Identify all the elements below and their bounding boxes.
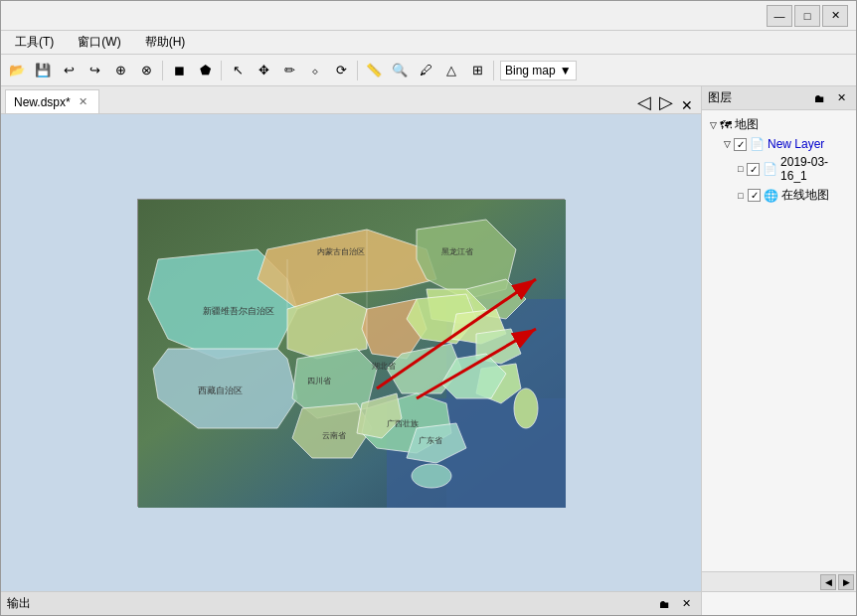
china-map-svg: 新疆维吾尔自治区 西藏自治区 内蒙古自治区 黑龙江省 四川省 湖北省 云南省 广… — [138, 200, 566, 508]
layer-2019-checkbox[interactable]: ✓ — [747, 163, 760, 176]
bottom-right-content: 📊 📈 🗂 ⚡ — [702, 592, 856, 616]
bottom-area: 输出 🖿 ✕ 📊 📈 🗂 ⚡ — [1, 591, 856, 616]
output-panel-close[interactable]: ✕ — [677, 595, 695, 613]
bottom-right-panel: 📊 📈 🗂 ⚡ — [702, 592, 856, 616]
online-map-label: 在线地图 — [781, 187, 829, 204]
new-layer-label: New Layer — [768, 137, 824, 151]
title-bar: — □ ✕ — [1, 1, 856, 31]
tab-label: New.dspx* — [14, 95, 71, 109]
menu-bar: 工具(T) 窗口(W) 帮助(H) — [1, 31, 856, 55]
root-layer-label: 地图 — [735, 116, 759, 133]
main-area: New.dspx* ✕ ◁ ▷ ✕ — [1, 86, 856, 591]
output-title-bar: 输出 🖿 ✕ — [1, 592, 701, 616]
layer-new-layer[interactable]: ▽ ✓ 📄 New Layer — [720, 135, 852, 153]
svg-text:广西壮族: 广西壮族 — [387, 419, 419, 428]
layers-panel-title: 图层 — [708, 89, 806, 106]
tool-4[interactable]: ⊗ — [134, 59, 158, 82]
output-panel-pin[interactable]: 🖿 — [655, 595, 673, 613]
svg-text:内蒙古自治区: 内蒙古自治区 — [317, 247, 365, 256]
tool-draw[interactable]: ✏ — [277, 59, 301, 82]
layers-panel-title-bar: 图层 🖿 ✕ — [702, 86, 856, 110]
svg-text:黑龙江省: 黑龙江省 — [441, 247, 473, 256]
tool-5[interactable]: ◼ — [167, 59, 191, 82]
svg-text:四川省: 四川省 — [307, 377, 331, 385]
doc-scroll-left[interactable]: ◁ — [633, 91, 655, 113]
layer-2019-icon: 📄 — [763, 162, 777, 176]
new-layer-expand-icon[interactable]: ▽ — [720, 137, 734, 151]
tool-triangle[interactable]: △ — [439, 59, 463, 82]
doc-close[interactable]: ✕ — [677, 97, 697, 113]
tool-grid[interactable]: ⊞ — [465, 59, 489, 82]
online-map-checkbox[interactable]: ✓ — [748, 189, 761, 202]
output-title: 输出 — [7, 595, 651, 612]
map-image: 新疆维吾尔自治区 西藏自治区 内蒙古自治区 黑龙江省 四川省 湖北省 云南省 广… — [137, 199, 565, 507]
layer-2019[interactable]: □ ✓ 📄 2019-03-16_1 — [734, 153, 852, 185]
layer-online-map[interactable]: □ ✓ 🌐 在线地图 — [734, 185, 852, 206]
tool-3[interactable]: ⊕ — [108, 59, 132, 82]
svg-text:广东省: 广东省 — [419, 436, 442, 445]
svg-point-22 — [412, 464, 451, 488]
root-expand-icon[interactable]: ▽ — [706, 118, 720, 132]
menu-tools[interactable]: 工具(T) — [9, 32, 60, 53]
tool-move[interactable]: ✥ — [252, 59, 275, 82]
separator-4 — [493, 61, 494, 80]
tab-bar: New.dspx* ✕ ◁ ▷ ✕ — [1, 86, 701, 114]
layers-panel: 图层 🖿 ✕ ▽ 🗺 地图 ▽ ✓ 📄 New Layer — [702, 86, 856, 591]
tool-pointer[interactable]: ↖ — [226, 59, 250, 82]
layer-2019-label: 2019-03-16_1 — [780, 155, 852, 183]
svg-text:新疆维吾尔自治区: 新疆维吾尔自治区 — [203, 306, 274, 316]
separator-3 — [357, 61, 358, 80]
online-map-icon: 🌐 — [764, 189, 778, 203]
bottom-scroll-area — [702, 592, 856, 616]
new-layer-checkbox[interactable]: ✓ — [734, 138, 747, 151]
document-area: New.dspx* ✕ ◁ ▷ ✕ — [1, 86, 702, 591]
layers-panel-close[interactable]: ✕ — [832, 89, 850, 107]
tool-zoom-in[interactable]: 🔍 — [388, 59, 412, 82]
layer-2019-expand-icon[interactable]: □ — [734, 162, 747, 176]
restore-button[interactable]: □ — [794, 5, 820, 27]
menu-window[interactable]: 窗口(W) — [72, 32, 126, 53]
svg-text:西藏自治区: 西藏自治区 — [198, 385, 243, 395]
tool-open[interactable]: 📂 — [5, 59, 29, 82]
tool-redo[interactable]: ↪ — [83, 59, 106, 82]
close-button[interactable]: ✕ — [822, 5, 848, 27]
tool-undo[interactable]: ↩ — [57, 59, 81, 82]
tool-node[interactable]: ⬦ — [303, 59, 327, 82]
svg-text:湖北省: 湖北省 — [372, 362, 396, 371]
new-layer-icon: 📄 — [750, 137, 765, 151]
tab-close-button[interactable]: ✕ — [77, 95, 90, 109]
layer-tree-root[interactable]: ▽ 🗺 地图 — [706, 114, 852, 135]
tool-save[interactable]: 💾 — [31, 59, 55, 82]
separator-2 — [221, 61, 222, 80]
svg-text:云南省: 云南省 — [322, 431, 346, 440]
toolbar: 📂 💾 ↩ ↪ ⊕ ⊗ ◼ ⬟ ↖ ✥ ✏ ⬦ ⟳ 📏 🔍 🖊 △ ⊞ Bing… — [1, 55, 856, 86]
layers-panel-pin[interactable]: 🖿 — [810, 89, 828, 107]
scroll-left-button[interactable]: ◀ — [820, 574, 836, 590]
tool-measure[interactable]: 📏 — [362, 59, 386, 82]
layers-content[interactable]: ▽ 🗺 地图 ▽ ✓ 📄 New Layer □ ✓ 📄 — [702, 110, 856, 571]
separator-1 — [162, 61, 163, 80]
online-map-expand-icon[interactable]: □ — [734, 189, 748, 203]
tab-new-dspx[interactable]: New.dspx* ✕ — [5, 89, 99, 113]
root-layer-icon: 🗺 — [720, 118, 732, 132]
menu-help[interactable]: 帮助(H) — [139, 32, 192, 53]
doc-scroll-right[interactable]: ▷ — [655, 91, 677, 113]
map-canvas[interactable]: 新疆维吾尔自治区 西藏自治区 内蒙古自治区 黑龙江省 四川省 湖北省 云南省 广… — [1, 114, 701, 591]
svg-point-23 — [514, 388, 538, 428]
scroll-right-button[interactable]: ▶ — [838, 574, 854, 590]
minimize-button[interactable]: — — [767, 5, 792, 27]
tool-6[interactable]: ⬟ — [193, 59, 217, 82]
tool-edit[interactable]: 🖊 — [414, 59, 437, 82]
output-panel: 输出 🖿 ✕ — [1, 592, 702, 616]
bing-map-selector[interactable]: Bing map ▼ — [500, 61, 577, 80]
layers-scroll-arrows: ◀ ▶ — [702, 571, 856, 591]
tool-rotate[interactable]: ⟳ — [329, 59, 353, 82]
title-bar-buttons: — □ ✕ — [767, 5, 848, 27]
